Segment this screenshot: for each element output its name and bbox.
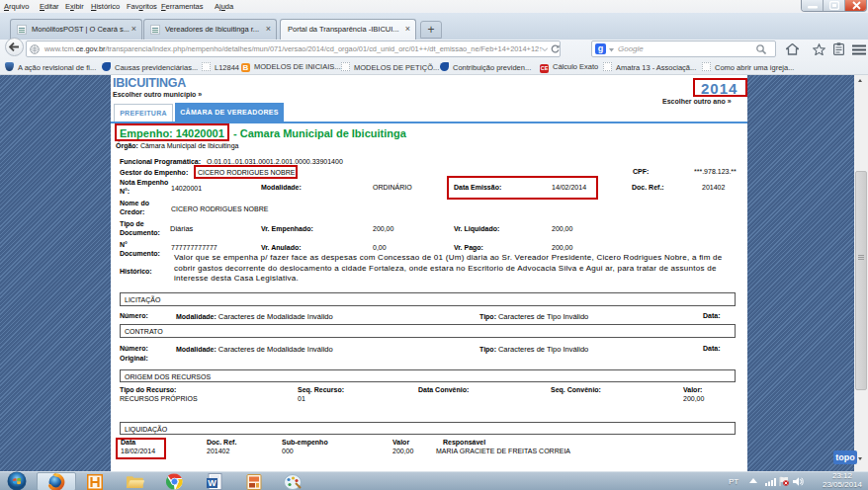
svg-text:W: W	[208, 478, 217, 488]
